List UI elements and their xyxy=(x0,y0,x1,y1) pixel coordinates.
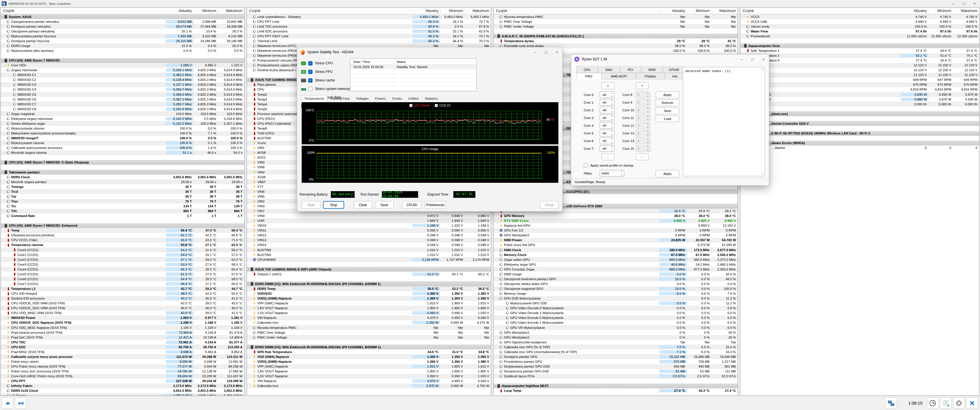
close-button[interactable]: × xyxy=(969,0,980,7)
sensor-section-row[interactable]: …dware Errors (WHEA) xyxy=(740,141,979,146)
sensor-row[interactable]: CPU IOD Hotspot48.5 °C42.5 °C50.5 °C xyxy=(1,291,244,296)
sensor-row[interactable]: Wysoka temperatura PMICNieNieNie xyxy=(494,14,738,19)
spinner-arrows-icon[interactable]: ▲▼ xyxy=(610,100,614,105)
sensor-row[interactable]: Zegar magistrali103.5 MHz103.5 MHz103.5 … xyxy=(1,111,244,116)
sensor-row[interactable]: Water Flow97.4 l/h97.0 l/h97.6 l/h xyxy=(740,29,979,33)
spinner-arrows-icon[interactable]: ▲▼ xyxy=(646,100,649,105)
sensor-row[interactable]: PMIC Over VoltageNieNieNie xyxy=(247,330,491,335)
sensor-row[interactable]: Jakość wody100.0 %100.0 %100.0 % xyxy=(740,24,979,29)
sensor-row[interactable]: CPU VDDCR_SOC VRM (SVI3 TFN)40.0 °C36.0 … xyxy=(1,306,244,311)
stability-log-table[interactable]: Date / TimeStatus10.01.2026 15:04:06Stab… xyxy=(350,58,477,91)
spinner-arrows-icon[interactable]: ▲▼ xyxy=(610,92,614,97)
ryzen-tab-msr[interactable]: MSR xyxy=(641,66,663,73)
sensor-row[interactable]: 9800X3D C75,283.7 MHz4,825.3 MHz5,614.9 … xyxy=(1,102,244,106)
sensor-row[interactable]: Napięcie 112.120 V12.100 V12.120 V xyxy=(740,63,979,68)
sensor-row[interactable]: VIN101.248 V1.232 V1.248 V xyxy=(247,223,491,228)
sensor-row[interactable]: VDD/SOC1.350 V1.350 V1.365 V xyxy=(247,291,491,296)
fmax-spinner[interactable]: 5450▲▼ xyxy=(600,170,624,176)
collapse-columns-button[interactable]: ▶◀ xyxy=(15,397,26,409)
sensor-row[interactable]: 9800X3D Usege/T100.0 %2.5 %100.0 % xyxy=(1,136,244,141)
collapse-icon[interactable]: › xyxy=(1,59,4,62)
sensor-row[interactable]: CPU PPT FAST Limit66.3 %18.1 %73.7 % xyxy=(247,33,491,38)
core-3-spinner[interactable]: -40▲▼ xyxy=(600,114,614,121)
sensor-row[interactable]: RTX 5080 Vcore0.805 V0.800 V0.980 V xyxy=(494,218,738,223)
spinner-arrows-icon[interactable]: ▲▼ xyxy=(610,146,614,151)
sensor-row[interactable]: VDD (SWA) Napięcie1.350 V1.350 V1.365 V xyxy=(247,354,491,359)
spinner-arrows-icon[interactable]: ▲▼ xyxy=(646,130,649,136)
plus-left-button[interactable]: + xyxy=(601,82,614,89)
sensor-row[interactable]: GPU VR Wykorzystanie0.0 %0.0 %0.0 % xyxy=(494,325,738,330)
collapse-icon[interactable]: › xyxy=(1,170,4,174)
legend-checkbox-icon[interactable]: ✓ xyxy=(435,104,438,107)
sensor-row[interactable]: Całkowita moc GPU (znormalizowana) [% of… xyxy=(494,350,738,354)
aida-close-footer-button[interactable]: Close xyxy=(540,201,558,209)
sensor-row[interactable]: Push/Pull649 RPM647 RPM649 RPM xyxy=(740,78,979,82)
minus-left-button[interactable]: - xyxy=(601,154,614,160)
expand-icon[interactable]: › xyxy=(3,64,7,67)
stop-button[interactable]: Stop xyxy=(323,201,344,209)
sensor-row[interactable]: Wykorzystanie pliku wymiany0.0 %0.0 %0.0… xyxy=(1,48,244,53)
sensor-row[interactable]: CPU VDDCR_VDD VRM (SVI3 TFN)42.0 °C39.0 … xyxy=(1,301,244,306)
sensor-row[interactable]: Całkowite zużycie mocy przez procesor111… xyxy=(1,354,244,359)
sensor-row[interactable]: Dostępna pamięć GPU15,331 MB15,086 MB15,… xyxy=(494,354,738,359)
checkbox-icon[interactable]: ✓ xyxy=(308,61,312,65)
sensor-row[interactable]: Obciążenie kontrolera pamięci GPU15.0 %0… xyxy=(494,277,738,281)
sensor-row[interactable]: Pobór mocy SoC procesora (SVI3 TFN)14.78… xyxy=(1,369,244,374)
aida64-titlebar[interactable]: System Stability Test - AIDA64 – □ × xyxy=(297,47,562,57)
core-10-spinner[interactable]: 0▲▼ xyxy=(636,107,651,113)
core-11-spinner[interactable]: 0▲▼ xyxy=(636,114,651,121)
spinner-arrows-icon[interactable]: ▲▼ xyxy=(610,130,614,136)
sensor-section-row[interactable]: ›DDR5 DIMM [#1]: Wilk Elektronik IR-6000… xyxy=(247,281,491,286)
sensor-row[interactable]: VDDQ (SWB) Napięcie1.365 V1.350 V1.380 V xyxy=(247,296,491,301)
ryzen-maximize-button[interactable]: □ xyxy=(747,55,758,64)
sensor-row[interactable]: Dedykowana pamięć GPU D3D656 MB440 MB901… xyxy=(494,364,738,369)
sensor-row[interactable]: ›Pobór mocy linii GPU0.273 W51.095 W xyxy=(494,243,738,248)
sensor-row[interactable]: 1,0V VOUT Napięcie0.990 V0.990 V1.020 V xyxy=(247,374,491,379)
sensor-row[interactable]: AUXTIN61.016 V1.016 V1.016 V xyxy=(247,248,491,252)
clock-button[interactable] xyxy=(927,397,939,409)
spinner-arrows-icon[interactable]: ▲▼ xyxy=(620,170,623,176)
sensor-row[interactable]: VDDQ (SWB) Napięcie1.365 V1.365 V1.380 V xyxy=(247,359,491,364)
report-button[interactable] xyxy=(940,397,951,409)
hwinfo-titlebar[interactable]: HWiNFO® 64 v8.22-5670 - Stan czujników –… xyxy=(0,0,980,7)
sensor-row[interactable]: Temperatura dysku29 °C28 °C41 °C xyxy=(494,38,738,43)
sensor-row[interactable]: Trfc884 T884 T884 T xyxy=(1,209,244,213)
sensor-row[interactable]: Obudowa procesora (średnia)62.1 °C42.2 °… xyxy=(1,233,244,238)
sensor-row[interactable]: GPU Memory38.0 °C36.0 °C38.0 °C xyxy=(494,213,738,218)
sensor-row[interactable]: Przewodność11.900 uS/cm11.900 uS/cm12.30… xyxy=(740,33,979,38)
sensor-row[interactable]: Wykorzystanie GPU D3D0.5 %0.0 %11.2 % xyxy=(494,301,738,306)
sensor-section-row[interactable]: ›System: ASUS xyxy=(1,14,244,19)
core-2-spinner[interactable]: -40▲▼ xyxy=(600,107,614,113)
sensor-row[interactable]: 1,8V VOUT Napięcie1.800 V1.800 V1.800 V xyxy=(247,306,491,311)
sensor-row[interactable]: VIN120.048 V0.048 V0.048 V xyxy=(247,233,491,238)
minus-right-button[interactable]: - xyxy=(636,154,649,160)
sensor-row[interactable]: Dostępna pamięć wirtualna28,674 MB27,464… xyxy=(1,24,244,29)
core-15-spinner[interactable]: 0▲▼ xyxy=(636,145,651,152)
aida64-stability-window[interactable]: System Stability Test - AIDA64 – □ × ✓St… xyxy=(297,47,563,211)
sensor-row[interactable]: ›Temperatury rdzenia53.8 °C27.1 °C62.0 °… xyxy=(1,243,244,248)
sensor-row[interactable]: Pobór mocy 10.830 W0.830 W0.870 W xyxy=(740,92,979,97)
sensor-row[interactable]: CPU TDC72.961 A4.143 A81.377 A xyxy=(1,340,244,345)
sensor-row[interactable]: 5080 Clock180.0 MHz172.0 MHz2,677.0 MHz xyxy=(494,248,738,252)
sensor-row[interactable]: Średnia IOD procesora40.2 °C36.9 °C41.6 … xyxy=(1,296,244,301)
sensor-row[interactable]: Prąd rdzenia procesora (SVI3 TFN)72.960 … xyxy=(1,330,244,335)
sensor-row[interactable]: 9800X3D C55,366.5 MHz4,825.3 MHz5,614.9 … xyxy=(1,92,244,97)
sensor-row[interactable]: Tras76 T76 T76 T xyxy=(1,199,244,203)
sensor-row[interactable]: Efektywny zegar GPU40.6 MHz24.2 MHz2,680… xyxy=(494,262,738,267)
sensor-row[interactable]: 9800X3D C35,237.1 MHz4,825.3 MHz5,614.9 … xyxy=(1,82,244,87)
sensor-row[interactable]: Core2 (CCD1)57.1 °C29.0 °C62.0 °C xyxy=(1,257,244,262)
sensor-row[interactable]: GPU Crossbar Zegar885.0 MHz877.0 MHz2,35… xyxy=(494,267,738,272)
sensor-row[interactable]: Całkowita moc2.875 W0.000 W4.750 W xyxy=(247,383,491,388)
spinner-arrows-icon[interactable]: ▲▼ xyxy=(646,146,649,151)
core-14-spinner[interactable]: 0▲▼ xyxy=(636,138,651,144)
sensor-row[interactable]: Core3 (CCD1)53.5 °C27.4 °C58.3 °C xyxy=(1,262,244,267)
save-button[interactable]: Save xyxy=(655,107,679,114)
sensor-row[interactable]: 9800X3D C15,382.0 MHz4,825.3 MHz5,614.9 … xyxy=(1,73,244,78)
sensor-row[interactable]: 1,0V VOUT Napięcie0.990 V0.990 V1.020 V xyxy=(247,311,491,315)
sensor-row[interactable]: ›Temperatury L342.7 °C29.3 °C44.7 °C xyxy=(1,286,244,291)
collapse-icon[interactable]: › xyxy=(247,267,250,271)
sensor-row[interactable]: ›L3 Zegary4,989.3 MHz3,535.3 MHz5,450.4 … xyxy=(1,393,244,396)
sensor-row[interactable]: SPD Hub Temperatura34.5 °C31.0 °C34.8 °C xyxy=(247,350,491,354)
start-button[interactable]: Start xyxy=(302,201,320,209)
expand-icon[interactable]: › xyxy=(3,151,7,154)
